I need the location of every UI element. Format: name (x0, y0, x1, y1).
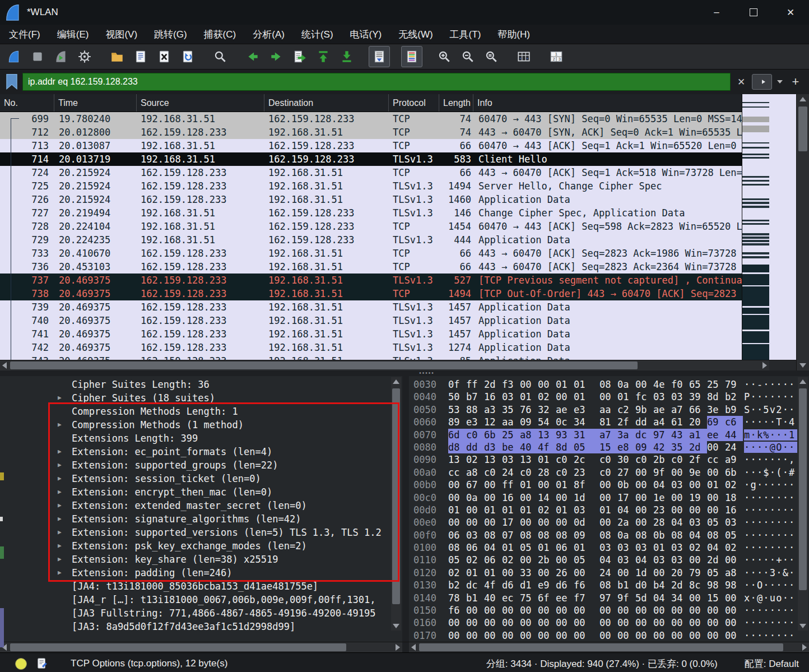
scrollbar-thumb[interactable] (799, 388, 807, 590)
hex-byte[interactable]: c0 (484, 466, 502, 479)
capture-options-button[interactable] (74, 46, 95, 67)
hex-byte[interactable]: cc (707, 453, 725, 466)
hex-byte[interactable]: 00 (653, 629, 671, 642)
hex-byte[interactable]: 00 (556, 492, 574, 504)
hex-byte[interactable]: 03 (502, 391, 520, 403)
hex-byte[interactable]: 00 (599, 516, 617, 529)
scroll-down-icon[interactable] (799, 624, 806, 628)
hex-row-00f0[interactable]: 00f00603080708080809080a080b08040805····… (413, 529, 797, 541)
hex-byte[interactable]: dd (635, 416, 653, 428)
close-button[interactable]: ✕ (772, 0, 809, 25)
hex-byte[interactable]: 12 (484, 416, 502, 428)
hex-byte[interactable]: 04 (484, 541, 502, 554)
menu-item-9[interactable]: 无线(W) (398, 28, 433, 41)
hex-byte[interactable]: 03 (671, 391, 689, 403)
hex-byte[interactable]: 35 (502, 404, 520, 416)
minimize-button[interactable]: – (698, 0, 735, 25)
hex-byte[interactable]: aa (502, 416, 520, 428)
hex-byte[interactable]: c0 (599, 453, 617, 466)
hex-byte[interactable]: 00 (689, 604, 707, 617)
expand-arrow-icon[interactable]: ▶ (58, 499, 62, 512)
detail-line-2[interactable]: Compression Methods Length: 1 (0, 405, 391, 418)
hex-byte[interactable]: 00 (725, 554, 743, 566)
go-back-button[interactable] (242, 46, 263, 67)
hex-byte[interactable]: 79 (689, 567, 707, 579)
hex-byte[interactable]: 16 (484, 391, 502, 403)
hex-byte[interactable]: 00 (538, 479, 556, 491)
hex-byte[interactable]: 34 (574, 416, 592, 428)
expand-arrow-icon[interactable]: ▶ (58, 391, 62, 405)
hex-row-0130[interactable]: 0130b2dc4fd6d1e9d6f608b1d0b42d8c9898··O·… (413, 579, 797, 591)
hex-byte[interactable]: 25 (502, 429, 520, 441)
hex-byte[interactable]: 03 (725, 516, 743, 529)
hex-byte[interactable]: 00 (520, 492, 538, 504)
hex-byte[interactable]: ec (502, 592, 520, 604)
hex-horizontal-scrollbar[interactable] (409, 642, 809, 652)
hex-byte[interactable]: 02 (725, 479, 743, 491)
hex-byte[interactable]: 03 (502, 453, 520, 466)
hex-byte[interactable]: 98 (725, 579, 743, 591)
menu-item-11[interactable]: 帮助(H) (498, 28, 530, 41)
hex-byte[interactable]: 00 (671, 617, 689, 629)
hex-byte[interactable]: 00 (502, 629, 520, 642)
hex-byte[interactable]: 02 (448, 567, 466, 579)
hex-byte[interactable]: a1 (689, 429, 707, 441)
hex-byte[interactable]: 03 (671, 479, 689, 491)
hex-byte[interactable]: f6 (574, 579, 592, 591)
hex-byte[interactable]: 00 (671, 629, 689, 642)
expand-arrow-icon[interactable]: ▶ (58, 553, 62, 566)
expand-arrow-icon[interactable]: ▶ (58, 566, 62, 580)
hex-byte[interactable]: 67 (466, 479, 484, 491)
hex-byte[interactable]: 30 (617, 453, 635, 466)
packet-row-724[interactable]: 72420.215924162.159.128.233192.168.31.51… (0, 166, 769, 179)
hex-byte[interactable]: 03 (466, 529, 484, 541)
hex-byte[interactable]: 1d (574, 492, 592, 504)
hex-byte[interactable]: 08 (707, 529, 725, 541)
hex-byte[interactable]: 01 (484, 504, 502, 516)
hex-byte[interactable]: 00 (448, 516, 466, 529)
hex-byte[interactable]: 04 (653, 592, 671, 604)
hex-byte[interactable]: 23 (653, 504, 671, 516)
expand-arrow-icon[interactable]: ▶ (58, 472, 62, 485)
hex-byte[interactable]: 05 (725, 529, 743, 541)
hex-byte[interactable]: 66 (689, 404, 707, 416)
filter-dropdown-button[interactable] (775, 75, 784, 89)
hex-byte[interactable]: 00 (707, 466, 725, 479)
packet-row-726[interactable]: 72620.215924162.159.128.233192.168.31.51… (0, 193, 769, 206)
hex-byte[interactable]: 40 (484, 592, 502, 604)
hex-byte[interactable]: 07 (502, 529, 520, 541)
hex-byte[interactable]: c0 (556, 466, 574, 479)
hex-byte[interactable]: 3a (617, 429, 635, 441)
hex-row-0060[interactable]: 006089e312aa09540c34812fdda4612069c6····… (413, 416, 797, 428)
hex-byte[interactable]: a8 (466, 466, 484, 479)
display-filter-input[interactable]: ip.addr eq 162.159.128.233 (22, 73, 731, 91)
hex-row-0150[interactable]: 0150f6000000000000000000000000000000····… (413, 604, 797, 617)
hex-byte[interactable]: 40 (520, 441, 538, 453)
detail-line-13[interactable]: ▶Extension: key_share (len=38) x25519 (0, 553, 391, 566)
hex-byte[interactable]: 75 (520, 592, 538, 604)
hex-byte[interactable]: dc (635, 429, 653, 441)
hex-byte[interactable]: 01 (538, 453, 556, 466)
hex-byte[interactable]: 65 (689, 378, 707, 391)
hex-byte[interactable]: 89 (448, 416, 466, 428)
hex-byte[interactable]: a7 (671, 404, 689, 416)
hex-byte[interactable]: 00 (556, 629, 574, 642)
hex-byte[interactable]: 02 (689, 541, 707, 554)
hex-byte[interactable]: 00 (466, 629, 484, 642)
capture-comment-icon[interactable] (36, 657, 48, 670)
hex-rows[interactable]: 00300fff2df300000101080a004ef0652579··-·… (413, 378, 797, 642)
hex-byte[interactable]: c6 (725, 416, 743, 428)
go-top-button[interactable] (313, 46, 334, 67)
hex-byte[interactable]: 05 (707, 567, 725, 579)
maximize-button[interactable] (735, 0, 772, 25)
hex-byte[interactable]: 01 (502, 504, 520, 516)
hex-byte[interactable]: 24 (502, 466, 520, 479)
packet-row-738[interactable]: 73820.469375162.159.128.233192.168.31.51… (0, 287, 769, 300)
hex-byte[interactable]: 00 (689, 592, 707, 604)
hex-byte[interactable]: 00 (725, 604, 743, 617)
hex-byte[interactable]: b2 (725, 391, 743, 403)
hex-byte[interactable]: 09 (574, 529, 592, 541)
hex-byte[interactable]: 00 (707, 492, 725, 504)
hex-byte[interactable]: 76 (520, 404, 538, 416)
column-header-time[interactable]: Time (54, 94, 137, 112)
